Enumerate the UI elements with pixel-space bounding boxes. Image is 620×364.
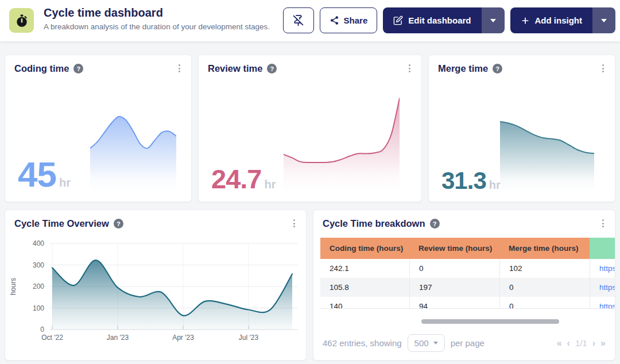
card-menu-button[interactable]	[404, 63, 414, 74]
metric-unit: hr	[489, 179, 501, 192]
card-header: Review time ?	[208, 63, 398, 74]
page-size-value: 500	[414, 338, 429, 348]
per-page-label: per page	[451, 338, 485, 348]
card-title: Coding time	[14, 63, 69, 74]
cycle-time-overview-card: Cycle Time Overview ? Oct '22Jan '23Apr …	[5, 210, 307, 361]
next-page-icon[interactable]: ›	[592, 338, 595, 348]
card-header: Coding time ?	[14, 63, 168, 74]
svg-text:Apr '23: Apr '23	[172, 334, 194, 342]
svg-text:Jul '23: Jul '23	[239, 334, 259, 342]
column-header-link[interactable]	[590, 238, 615, 259]
help-icon[interactable]: ?	[73, 64, 83, 73]
svg-text:200: 200	[33, 282, 44, 291]
pin-off-icon	[292, 14, 304, 26]
add-insight-dropdown-button[interactable]	[592, 7, 615, 33]
share-button-label: Share	[344, 16, 368, 25]
table-cell: 94	[409, 297, 499, 309]
page-title: Cycle time dashboard	[44, 6, 163, 20]
review-time-card: Review time ? 24.7 hr	[198, 55, 422, 202]
table-row: 105.8 197 0 https://	[320, 278, 615, 297]
table-cell: 105.8	[320, 278, 409, 297]
metric-value: 24.7 hr	[211, 163, 276, 195]
cycle-time-overview-chart: Oct '22Jan '23Apr '23Jul '23010020030040…	[6, 231, 306, 351]
table-row: 242.1 0 102 https://	[320, 259, 615, 278]
card-menu-button[interactable]	[598, 218, 608, 229]
table-footer: 462 entries, showing 500 per page « ‹ 1/…	[323, 334, 606, 352]
merge-time-card: Merge time ? 31.3 hr	[428, 55, 615, 202]
table-cell: 0	[409, 259, 499, 278]
column-header-review[interactable]: Review time (hours)	[409, 238, 499, 259]
add-insight-button[interactable]: Add insight	[510, 7, 593, 33]
header-actions: Share Edit dashboard Add insight	[283, 7, 615, 33]
coding-time-card: Coding time ? 45 hr	[5, 55, 192, 202]
chevron-down-icon	[601, 19, 607, 22]
card-menu-button[interactable]	[598, 63, 608, 74]
table-cell-link[interactable]: https://	[590, 259, 615, 278]
horizontal-scrollbar[interactable]	[421, 319, 559, 324]
help-icon[interactable]: ?	[114, 219, 123, 229]
table-cell: 102	[499, 259, 590, 278]
metric-unit: hr	[264, 178, 276, 191]
page-size-select[interactable]: 500	[408, 334, 445, 352]
metric-number: 31.3	[441, 167, 486, 195]
metric-number: 45	[18, 154, 56, 195]
entries-count-label: 462 entries, showing	[323, 338, 402, 348]
svg-text:0: 0	[40, 326, 44, 334]
edit-dashboard-button[interactable]: Edit dashboard	[383, 7, 481, 33]
cycle-time-breakdown-card: Cycle Time breakdown ? Coding time (hour…	[313, 210, 615, 361]
table-cell: 0	[499, 297, 590, 309]
review-time-sparkline	[284, 97, 400, 192]
table-cell-link[interactable]: https://	[590, 297, 615, 309]
table-cell: 197	[409, 278, 499, 297]
card-title: Merge time	[438, 63, 488, 74]
card-header: Cycle Time breakdown ?	[323, 218, 592, 229]
svg-text:300: 300	[33, 261, 44, 269]
svg-text:hours: hours	[9, 278, 17, 295]
unpin-button[interactable]	[283, 7, 314, 33]
table-cell: 0	[499, 278, 590, 297]
table-cell: 140	[320, 297, 409, 309]
pagination: « ‹ 1/1 › »	[557, 338, 606, 348]
svg-text:Oct '22: Oct '22	[41, 334, 63, 342]
card-title: Review time	[208, 63, 262, 74]
card-header: Cycle Time Overview ?	[14, 218, 283, 229]
page-indicator: 1/1	[575, 338, 587, 348]
edit-dashboard-label: Edit dashboard	[408, 16, 471, 25]
metric-number: 24.7	[211, 163, 261, 195]
help-icon[interactable]: ?	[267, 64, 277, 73]
chevron-down-icon	[490, 19, 496, 22]
edit-dashboard-dropdown-button[interactable]	[482, 7, 505, 33]
svg-text:Jan '23: Jan '23	[107, 334, 129, 342]
edit-icon	[393, 16, 403, 25]
merge-time-sparkline	[500, 121, 594, 192]
card-title: Cycle Time Overview	[14, 218, 109, 229]
column-header-coding[interactable]: Coding time (hours)	[320, 238, 409, 259]
edit-dashboard-split-button: Edit dashboard	[383, 7, 504, 33]
column-header-merge[interactable]: Merge time (hours)	[499, 238, 590, 259]
share-icon	[330, 16, 339, 25]
dashboard-icon-tile	[9, 8, 34, 33]
add-insight-label: Add insight	[535, 16, 583, 25]
page-subtitle: A breakdown analysis of the duration of …	[44, 22, 270, 31]
help-icon[interactable]: ?	[493, 64, 502, 73]
card-title: Cycle Time breakdown	[323, 218, 425, 229]
breakdown-table: Coding time (hours) Review time (hours) …	[320, 238, 615, 309]
card-menu-button[interactable]	[174, 63, 184, 74]
previous-page-icon[interactable]: ‹	[567, 338, 570, 348]
chevron-down-icon	[433, 342, 438, 344]
svg-text:100: 100	[33, 304, 44, 312]
card-header: Merge time ?	[438, 63, 592, 74]
metric-value: 45 hr	[18, 154, 71, 195]
card-menu-button[interactable]	[289, 218, 299, 229]
top-bar: Cycle time dashboard A breakdown analysi…	[0, 0, 620, 41]
last-page-icon[interactable]: »	[600, 338, 606, 348]
first-page-icon[interactable]: «	[557, 338, 562, 348]
plus-icon	[521, 16, 530, 25]
stopwatch-icon	[14, 13, 29, 28]
add-insight-split-button: Add insight	[510, 7, 616, 33]
table-cell: 242.1	[320, 259, 409, 278]
help-icon[interactable]: ?	[430, 219, 440, 229]
share-button[interactable]: Share	[320, 7, 378, 33]
table-header-row: Coding time (hours) Review time (hours) …	[320, 238, 615, 259]
table-cell-link[interactable]: https://	[590, 278, 615, 297]
